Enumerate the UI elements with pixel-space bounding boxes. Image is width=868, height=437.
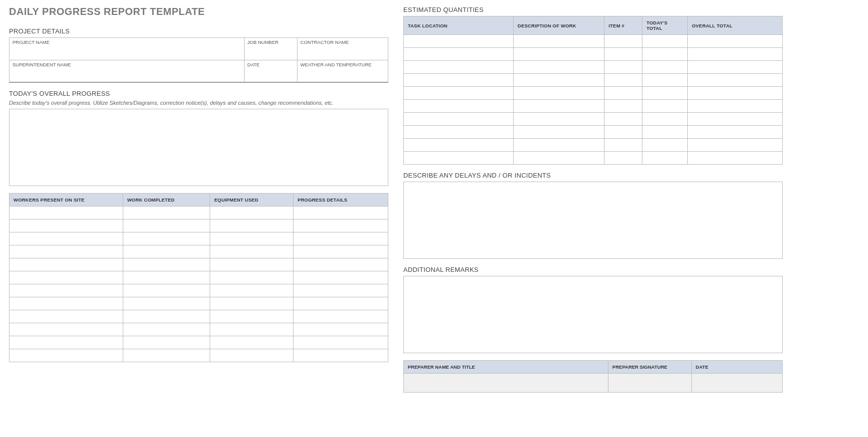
table-row[interactable]	[404, 139, 783, 152]
table-row[interactable]	[9, 206, 388, 219]
table-row[interactable]	[404, 87, 783, 100]
col-task-location: TASK LOCATION	[404, 16, 514, 35]
right-column: ESTIMATED QUANTITIES TASK LOCATION DESCR…	[403, 6, 783, 393]
remarks-box[interactable]	[403, 276, 783, 353]
overall-progress-box[interactable]	[9, 109, 388, 186]
col-equipment: EQUIPMENT USED	[210, 193, 293, 206]
col-preparer-name: PREPARER NAME AND TITLE	[404, 361, 608, 374]
label-superintendent-name: SUPERINTENDENT NAME	[9, 60, 245, 68]
table-row[interactable]	[9, 219, 388, 232]
table-row[interactable]	[404, 126, 783, 139]
table-row[interactable]	[9, 349, 388, 362]
overall-instruction: Describe today's overall progress. Utili…	[9, 100, 388, 106]
label-contractor-name: CONTRACTOR NAME	[297, 38, 388, 46]
table-row[interactable]	[9, 232, 388, 245]
col-description: DESCRIPTION OF WORK	[514, 16, 604, 35]
field-contractor-name[interactable]	[297, 46, 388, 60]
col-item-number: ITEM #	[604, 16, 642, 35]
col-workers: WORKERS PRESENT ON SITE	[9, 193, 123, 206]
table-row[interactable]	[404, 74, 783, 87]
label-project-name: PROJECT NAME	[9, 38, 245, 46]
table-row[interactable]	[404, 61, 783, 74]
table-row[interactable]	[404, 113, 783, 126]
field-superintendent-name[interactable]	[9, 68, 245, 82]
col-today-total: TODAY'S TOTAL	[642, 16, 688, 35]
delays-heading: DESCRIBE ANY DELAYS AND / OR INCIDENTS	[403, 172, 783, 179]
label-job-number: JOB NUMBER	[244, 38, 297, 46]
field-job-number[interactable]	[244, 46, 297, 60]
delays-box[interactable]	[403, 182, 783, 259]
progress-table: WORKERS PRESENT ON SITE WORK COMPLETED E…	[9, 193, 388, 362]
left-column: DAILY PROGRESS REPORT TEMPLATE PROJECT D…	[9, 6, 388, 393]
table-row[interactable]	[404, 152, 783, 165]
field-project-name[interactable]	[9, 46, 245, 60]
col-work-completed: WORK COMPLETED	[123, 193, 210, 206]
col-progress-details: PROGRESS DETAILS	[293, 193, 388, 206]
table-row[interactable]	[9, 336, 388, 349]
field-preparer-signature[interactable]	[608, 374, 691, 393]
label-weather: WEATHER AND TEMPERATURE	[297, 60, 388, 68]
table-row[interactable]	[9, 271, 388, 284]
col-date: DATE	[691, 361, 782, 374]
project-details-heading: PROJECT DETAILS	[9, 27, 388, 35]
signature-table: PREPARER NAME AND TITLE PREPARER SIGNATU…	[403, 360, 783, 393]
table-row[interactable]	[9, 297, 388, 310]
field-weather[interactable]	[297, 68, 388, 82]
col-preparer-signature: PREPARER SIGNATURE	[608, 361, 691, 374]
quantities-table: TASK LOCATION DESCRIPTION OF WORK ITEM #…	[403, 16, 783, 165]
project-details-table: PROJECT NAME JOB NUMBER CONTRACTOR NAME …	[9, 37, 388, 83]
table-row[interactable]	[404, 48, 783, 61]
table-row[interactable]	[404, 35, 783, 48]
table-row[interactable]	[9, 245, 388, 258]
field-preparer-date[interactable]	[691, 374, 782, 393]
remarks-heading: ADDITIONAL REMARKS	[403, 266, 783, 273]
field-preparer-name[interactable]	[404, 374, 608, 393]
table-row[interactable]	[404, 100, 783, 113]
estimated-quantities-heading: ESTIMATED QUANTITIES	[403, 6, 783, 13]
col-overall-total: OVERALL TOTAL	[688, 16, 783, 35]
table-row[interactable]	[9, 258, 388, 271]
table-row[interactable]	[9, 310, 388, 323]
overall-progress-heading: TODAY'S OVERALL PROGRESS	[9, 90, 388, 97]
table-row[interactable]	[9, 323, 388, 336]
table-row[interactable]	[9, 284, 388, 297]
label-date: DATE	[244, 60, 297, 68]
field-date[interactable]	[244, 68, 297, 82]
document-title: DAILY PROGRESS REPORT TEMPLATE	[9, 6, 388, 17]
